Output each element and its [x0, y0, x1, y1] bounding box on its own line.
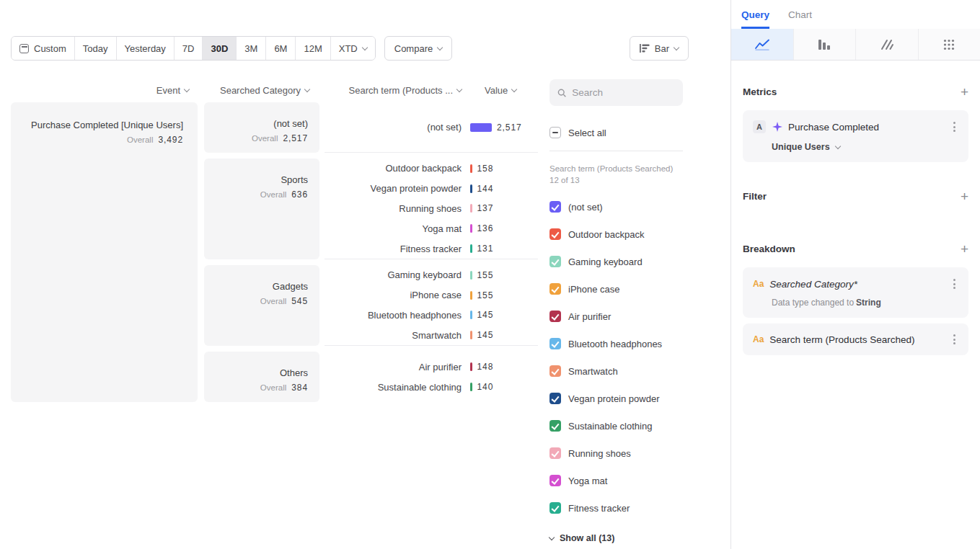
- filter-option[interactable]: (not set): [549, 193, 683, 220]
- filter-option[interactable]: Air purifier: [549, 303, 683, 330]
- search-input[interactable]: [572, 87, 675, 98]
- table-row[interactable]: Yoga mat 136: [325, 218, 538, 238]
- checkbox[interactable]: [549, 502, 561, 514]
- column-header-event[interactable]: Event: [11, 85, 198, 96]
- overall-label: Overall: [127, 135, 153, 144]
- date-12m-label: 12M: [304, 43, 322, 54]
- tab-insights[interactable]: [731, 29, 793, 60]
- select-all-checkbox[interactable]: [549, 127, 561, 138]
- kebab-menu-icon[interactable]: [950, 333, 958, 346]
- table-row[interactable]: Running shoes 137: [325, 199, 538, 219]
- filter-option[interactable]: iPhone case: [549, 275, 683, 303]
- date-7d-button[interactable]: 7D: [174, 37, 203, 60]
- breakdown-name: Searched Category*: [769, 279, 857, 290]
- term-label: Yoga mat: [325, 223, 462, 234]
- date-xtd-button[interactable]: XTD: [330, 37, 375, 60]
- metric-card[interactable]: A Purchase Completed Unique Users: [743, 110, 968, 162]
- add-metric-icon[interactable]: +: [961, 85, 968, 99]
- date-custom-button[interactable]: Custom: [12, 37, 74, 60]
- checkbox[interactable]: [549, 393, 561, 404]
- select-all-row[interactable]: Select all: [549, 127, 683, 138]
- event-name: Purchase Completed [Unique Users]: [11, 120, 183, 130]
- table-row[interactable]: Gaming keyboard 155: [325, 265, 538, 285]
- add-breakdown-icon[interactable]: +: [961, 242, 968, 256]
- filter-option-label: Bluetooth headphones: [568, 339, 662, 349]
- table-row[interactable]: (not set) 2,517: [325, 117, 538, 138]
- table-row[interactable]: Smartwatch 145: [325, 325, 538, 345]
- date-yesterday-button[interactable]: Yesterday: [116, 37, 174, 60]
- tab-query[interactable]: Query: [741, 0, 769, 29]
- category-card[interactable]: (not set) Overall2,517: [204, 102, 319, 153]
- category-card[interactable]: Sports Overall636: [204, 159, 319, 259]
- filter-option[interactable]: Sustainable clothing: [549, 412, 683, 439]
- overall-value: 545: [291, 296, 308, 306]
- add-filter-icon[interactable]: +: [961, 189, 968, 203]
- value: 136: [477, 223, 494, 233]
- category-card[interactable]: Gadgets Overall545: [204, 265, 319, 346]
- table-row[interactable]: Outdoor backpack 158: [325, 159, 538, 179]
- funnel-bars-icon: [818, 39, 831, 50]
- checkbox[interactable]: [549, 283, 561, 295]
- table-row[interactable]: Air purifier 148: [325, 357, 538, 377]
- value: 145: [477, 330, 494, 340]
- value: 158: [477, 164, 494, 174]
- checkbox[interactable]: [549, 447, 561, 459]
- column-header-category[interactable]: Searched Category: [204, 85, 319, 96]
- kebab-menu-icon[interactable]: [950, 277, 958, 290]
- filter-option[interactable]: Bluetooth headphones: [549, 330, 683, 357]
- checkbox[interactable]: [549, 201, 561, 213]
- tab-retention[interactable]: [855, 29, 918, 60]
- filter-option[interactable]: Fitness tracker: [549, 494, 683, 522]
- table-row[interactable]: Fitness tracker 131: [325, 238, 538, 259]
- value: 148: [477, 362, 494, 372]
- date-yesterday-label: Yesterday: [125, 43, 166, 54]
- checkbox[interactable]: [549, 475, 561, 486]
- column-header-value[interactable]: Value: [485, 85, 516, 96]
- kebab-menu-icon[interactable]: [950, 120, 958, 133]
- breakdown-card[interactable]: Aa Searched Category* Data type changed …: [743, 267, 968, 318]
- category-group: Sports Overall636 Outdoor backpack 158 V…: [204, 159, 538, 259]
- breakdown-card[interactable]: Aa Search term (Products Searched): [743, 323, 968, 355]
- tab-funnels[interactable]: [793, 29, 856, 60]
- checkbox[interactable]: [549, 256, 561, 267]
- filter-option[interactable]: Yoga mat: [549, 467, 683, 494]
- checkbox[interactable]: [549, 311, 561, 322]
- checkbox[interactable]: [549, 228, 561, 240]
- date-6m-button[interactable]: 6M: [265, 37, 295, 60]
- checkbox[interactable]: [549, 365, 561, 377]
- string-type-icon: Aa: [753, 334, 764, 344]
- overall-label: Overall: [260, 383, 286, 392]
- bar: [470, 204, 472, 213]
- event-card[interactable]: Purchase Completed [Unique Users] Overal…: [11, 102, 198, 402]
- checkbox[interactable]: [549, 420, 561, 432]
- date-12m-button[interactable]: 12M: [295, 37, 330, 60]
- filter-option[interactable]: Outdoor backpack: [549, 220, 683, 248]
- date-today-button[interactable]: Today: [74, 37, 116, 60]
- table-row[interactable]: iPhone case 155: [325, 285, 538, 305]
- value: 144: [477, 184, 494, 194]
- show-all-link[interactable]: Show all (13): [549, 533, 683, 543]
- tab-chart[interactable]: Chart: [788, 0, 812, 29]
- value: 2,517: [497, 122, 522, 133]
- value: 155: [477, 290, 494, 300]
- chevron-down-icon: [437, 44, 443, 50]
- metric-unit-selector[interactable]: Unique Users: [772, 142, 958, 152]
- table-row[interactable]: Bluetooth headphones 145: [325, 305, 538, 326]
- category-card[interactable]: Others Overall384: [204, 352, 319, 402]
- filter-option[interactable]: Smartwatch: [549, 357, 683, 385]
- table-row[interactable]: Sustainable clothing 140: [325, 377, 538, 397]
- chart-type-button[interactable]: Bar: [630, 36, 689, 61]
- term-label: Running shoes: [325, 203, 462, 214]
- table-row[interactable]: Vegan protein powder 144: [325, 179, 538, 199]
- filter-option[interactable]: Gaming keyboard: [549, 248, 683, 275]
- compare-button[interactable]: Compare: [384, 36, 452, 61]
- filter-option[interactable]: Vegan protein powder: [549, 385, 683, 412]
- date-3m-button[interactable]: 3M: [236, 37, 265, 60]
- tab-flows[interactable]: [918, 29, 980, 60]
- search-box[interactable]: [549, 79, 683, 106]
- filter-option[interactable]: Running shoes: [549, 439, 683, 467]
- date-30d-button[interactable]: 30D: [202, 37, 236, 60]
- checkbox[interactable]: [549, 338, 561, 349]
- column-header-search-term[interactable]: Search term (Products ...: [325, 85, 462, 96]
- chevron-down-icon: [304, 86, 310, 92]
